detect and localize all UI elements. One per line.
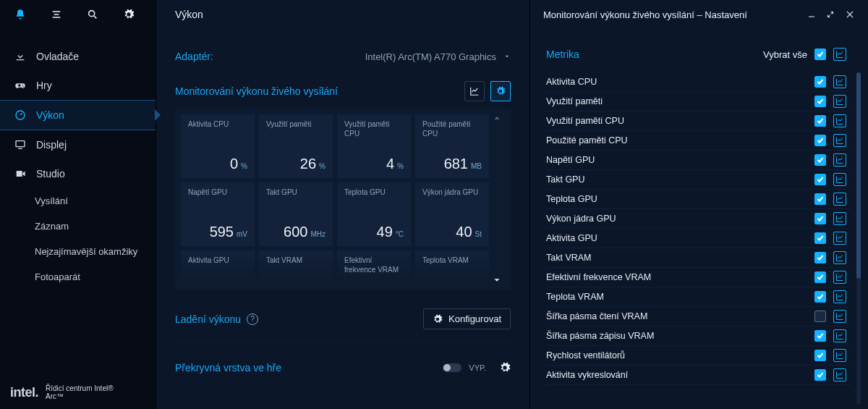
sidebar-topbar <box>0 0 156 29</box>
metric-row: Teplota GPU <box>546 190 851 209</box>
metrics-heading: Metrika <box>546 49 579 60</box>
chevron-up-icon[interactable] <box>492 113 502 123</box>
metric-chart-icon[interactable] <box>833 173 846 186</box>
metric-checkbox[interactable] <box>814 330 826 342</box>
settings-title: Monitorování výkonu živého vysílání – Na… <box>543 9 747 20</box>
metric-row: Použité paměti CPU <box>546 131 851 151</box>
adapter-label: Adaptér: <box>175 51 213 62</box>
sub-camera[interactable]: Fotoaparát <box>35 264 156 290</box>
metric-chart-icon[interactable] <box>833 232 846 245</box>
scrollbar[interactable] <box>856 72 861 405</box>
nav: Ovladače Hry Výkon Displej Studio Vysílá… <box>0 29 156 376</box>
sub-broadcast[interactable]: Vysílání <box>35 188 156 214</box>
minimize-icon[interactable] <box>807 10 816 19</box>
help-icon[interactable]: ? <box>247 313 258 325</box>
metric-tile[interactable]: Aktivita GPU <box>181 250 255 284</box>
nav-games[interactable]: Hry <box>0 71 156 100</box>
chevron-down-icon[interactable] <box>492 275 502 285</box>
metric-checkbox[interactable] <box>814 154 826 166</box>
svg-rect-2 <box>16 141 25 147</box>
metric-tile[interactable]: Takt GPU 600MHz <box>259 182 333 246</box>
metric-tile[interactable]: Využití paměti 26% <box>259 114 333 178</box>
metric-checkbox[interactable] <box>814 76 826 88</box>
nav-label: Hry <box>36 80 52 91</box>
metric-tile[interactable]: Aktivita CPU 0% <box>181 114 255 178</box>
metric-chart-icon[interactable] <box>833 329 846 342</box>
metric-label: Takt VRAM <box>546 253 592 263</box>
metric-checkbox[interactable] <box>814 350 826 361</box>
metric-chart-icon[interactable] <box>833 251 846 264</box>
tile-label: Aktivita CPU <box>188 120 247 130</box>
metric-chart-icon[interactable] <box>833 193 846 206</box>
metric-row: Efektivní frekvence VRAM <box>546 268 851 287</box>
gear-icon[interactable] <box>499 362 511 374</box>
metric-chart-icon[interactable] <box>833 75 846 88</box>
select-all-checkbox[interactable] <box>814 49 826 60</box>
overlay-toggle[interactable] <box>443 363 461 372</box>
select-all-chart-icon[interactable] <box>833 48 846 61</box>
metric-checkbox[interactable] <box>814 252 826 263</box>
chevron-down-icon <box>503 53 511 60</box>
metric-tile[interactable]: Využití paměti CPU 4% <box>337 114 411 178</box>
nav-drivers[interactable]: Ovladače <box>0 42 156 71</box>
gear-icon[interactable] <box>122 7 136 22</box>
tile-label: Výkon jádra GPU <box>422 188 482 198</box>
metric-checkbox[interactable] <box>814 193 826 205</box>
metric-label: Šířka pásma zápisu VRAM <box>546 331 654 341</box>
metric-chart-icon[interactable] <box>833 271 846 284</box>
metric-chart-icon[interactable] <box>833 95 846 108</box>
sub-highlights[interactable]: Nejzajímavější okamžiky <box>35 239 156 264</box>
metric-tile[interactable]: Teplota GPU 49°C <box>337 182 411 246</box>
metric-checkbox[interactable] <box>814 311 826 322</box>
metric-label: Výkon jádra GPU <box>546 214 616 224</box>
monitor-settings-button[interactable] <box>490 81 511 101</box>
metric-row: Výkon jádra GPU <box>546 209 851 229</box>
metric-chart-icon[interactable] <box>833 114 846 127</box>
metric-chart-icon[interactable] <box>833 134 846 147</box>
metric-checkbox[interactable] <box>814 369 826 381</box>
metric-checkbox[interactable] <box>814 115 826 127</box>
configure-button[interactable]: Konfigurovat <box>423 308 511 329</box>
metric-tile[interactable]: Teplota VRAM <box>415 250 489 284</box>
tile-label: Použité paměti CPU <box>422 120 482 138</box>
metric-checkbox[interactable] <box>814 213 826 224</box>
nav-studio[interactable]: Studio <box>0 159 156 188</box>
metric-tile[interactable]: Napětí GPU 595mV <box>181 182 255 246</box>
metric-row: Aktivita GPU <box>546 229 851 248</box>
bell-icon[interactable] <box>13 7 27 22</box>
close-icon[interactable] <box>845 9 855 20</box>
tile-label: Využití paměti <box>266 120 326 130</box>
tile-value: 0% <box>188 156 247 172</box>
metric-tile[interactable]: Použité paměti CPU 681MB <box>415 114 489 178</box>
brand-text: Řídicí centrum Intel® Arc™ <box>46 384 132 400</box>
metric-checkbox[interactable] <box>814 96 826 107</box>
chart-view-button[interactable] <box>464 81 485 101</box>
metric-chart-icon[interactable] <box>833 349 846 362</box>
sub-record[interactable]: Záznam <box>35 214 156 239</box>
metric-label: Aktivita vykreslování <box>546 370 628 380</box>
tile-value: 595mV <box>188 224 247 240</box>
tile-value: 4% <box>344 156 404 172</box>
metric-tile[interactable]: Výkon jádra GPU 40St <box>415 182 489 246</box>
metric-checkbox[interactable] <box>814 174 826 185</box>
adapter-select[interactable]: Intel(R) Arc(TM) A770 Graphics <box>365 51 511 62</box>
nav-display[interactable]: Displej <box>0 130 156 159</box>
brand-footer: intel. Řídicí centrum Intel® Arc™ <box>0 376 156 409</box>
nav-performance[interactable]: Výkon <box>0 100 156 130</box>
metric-chart-icon[interactable] <box>833 368 846 381</box>
expand-icon[interactable] <box>826 10 835 19</box>
metric-tile[interactable]: Takt VRAM <box>259 250 333 284</box>
metric-checkbox[interactable] <box>814 232 826 244</box>
metric-chart-icon[interactable] <box>833 212 846 225</box>
search-icon[interactable] <box>85 7 100 22</box>
metric-checkbox[interactable] <box>814 271 826 283</box>
metric-tile[interactable]: Efektivní frekvence VRAM <box>337 250 411 284</box>
metric-chart-icon[interactable] <box>833 290 846 303</box>
menu-icon[interactable] <box>49 7 64 22</box>
metric-chart-icon[interactable] <box>833 310 846 323</box>
monitor-heading: Monitorování výkonu živého vysílání <box>175 85 338 97</box>
tile-label: Takt VRAM <box>266 256 326 266</box>
metric-checkbox[interactable] <box>814 291 826 303</box>
metric-checkbox[interactable] <box>814 135 826 146</box>
metric-chart-icon[interactable] <box>833 153 846 166</box>
